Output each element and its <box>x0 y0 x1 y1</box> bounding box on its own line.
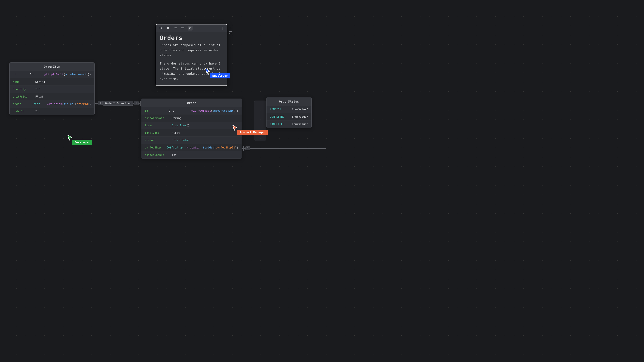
note-title: Orders <box>160 34 224 41</box>
enum-type: EnumValue? <box>292 108 308 111</box>
field-type: String <box>172 116 197 120</box>
canvas[interactable]: OrderItem id Int @id @default(autoincrem… <box>0 0 644 362</box>
enum-name: CANCELLED <box>270 122 292 126</box>
field-attr: @relation(fields:[coffeeShopId]) <box>187 146 238 149</box>
field-attr: @id @default(autoincrement()) <box>44 73 91 76</box>
svg-rect-7 <box>182 27 184 27</box>
field-row[interactable]: totalCost Float <box>142 129 242 137</box>
enum-type: EnumValue? <box>292 115 308 118</box>
field-type: Float <box>172 131 197 134</box>
svg-point-13 <box>222 28 222 28</box>
svg-rect-9 <box>182 28 184 28</box>
svg-point-2 <box>174 28 174 28</box>
field-name: id <box>13 73 30 76</box>
entity-title: OrderStatus <box>266 97 312 106</box>
field-type: Int <box>35 110 54 113</box>
svg-rect-11 <box>182 29 184 29</box>
enum-row[interactable]: PENDING EnumValue? <box>266 106 312 113</box>
field-row[interactable]: order Order @relation(fields:[orderId]) <box>10 100 94 108</box>
enum-name: COMPLETED <box>270 115 292 118</box>
relation-cardinality: 1 <box>245 146 250 150</box>
note-paragraph: Orders are composed of a list of OrderIt… <box>160 42 224 58</box>
field-type: Float <box>35 95 54 98</box>
cursor-label: Developer <box>72 140 92 145</box>
svg-point-14 <box>222 29 222 29</box>
field-row[interactable]: coffeeShopId Int <box>142 151 242 159</box>
relation-end-tick <box>140 101 141 106</box>
field-row[interactable]: customerName String <box>142 114 242 122</box>
entity-orderitem[interactable]: OrderItem id Int @id @default(autoincrem… <box>10 62 94 115</box>
field-name: id <box>145 109 169 112</box>
field-row[interactable]: id Int @id @default(autoincrement()) <box>142 107 242 114</box>
field-name: coffeeShopId <box>145 153 172 157</box>
field-type: Int <box>172 153 197 157</box>
field-name: status <box>145 139 172 142</box>
entity-title: OrderItem <box>10 62 94 71</box>
field-type: OrderStatus <box>172 139 197 142</box>
field-type: String <box>35 80 54 83</box>
bulleted-list-button[interactable] <box>173 26 178 30</box>
enum-row[interactable]: CANCELLED EnumValue? <box>266 120 312 128</box>
close-icon[interactable]: ✕ <box>229 26 232 29</box>
svg-rect-8 <box>181 28 182 28</box>
svg-rect-3 <box>175 28 177 28</box>
svg-rect-5 <box>175 29 177 29</box>
note-body[interactable]: Orders Orders are composed of a list of … <box>156 32 227 85</box>
enum-name: PENDING <box>270 108 292 111</box>
entity-ghost[interactable] <box>254 100 266 141</box>
entity-orderstatus[interactable]: OrderStatus PENDING EnumValue? COMPLETED… <box>266 97 312 128</box>
text-style-button[interactable]: Tт <box>158 26 163 30</box>
field-name: customerName <box>145 116 172 120</box>
field-type: Order <box>32 102 48 106</box>
svg-point-0 <box>174 27 174 28</box>
note-toolbar: Tт B <box>156 24 227 32</box>
code-block-button[interactable] <box>188 26 192 30</box>
field-row[interactable]: coffeeShop CoffeeShop @relation(fields:[… <box>142 144 242 151</box>
entity-title: Order <box>142 99 242 107</box>
svg-rect-10 <box>181 29 182 29</box>
note-paragraph: The order status can only have 3 state. … <box>160 61 224 81</box>
relation-end-tick <box>243 146 244 151</box>
field-attr: @relation(fields:[orderId]) <box>48 102 91 106</box>
field-type: OrderItem[] <box>172 124 197 127</box>
more-options-button[interactable] <box>220 26 225 30</box>
relation-cardinality-left: 1 <box>98 101 103 105</box>
field-type: Int <box>169 109 192 112</box>
field-type: CoffeeShop <box>166 146 187 149</box>
field-row[interactable]: orderId Int <box>10 108 94 115</box>
field-name: order <box>13 102 32 106</box>
enum-row[interactable]: COMPLETED EnumValue? <box>266 113 312 120</box>
field-name: items <box>145 124 172 127</box>
svg-point-4 <box>174 29 174 29</box>
presence-cursor-developer-green: Developer <box>67 135 73 142</box>
field-name: name <box>13 80 35 83</box>
numbered-list-button[interactable] <box>180 26 185 30</box>
svg-rect-6 <box>181 27 182 27</box>
field-name: quantity <box>13 88 35 91</box>
relation-end-tick <box>96 101 96 106</box>
svg-rect-1 <box>175 27 177 27</box>
field-name: unitPrice <box>13 95 35 98</box>
comment-icon[interactable] <box>229 31 232 34</box>
entity-order[interactable]: Order id Int @id @default(autoincrement(… <box>141 98 242 159</box>
relation-cardinality-right: 1 <box>134 101 138 105</box>
field-name: coffeeShop <box>145 146 166 149</box>
svg-point-12 <box>222 27 222 27</box>
field-name: totalCost <box>145 131 172 134</box>
field-attr: @id @default(autoincrement()) <box>192 109 238 112</box>
note-panel[interactable]: Tт B Orders Orders are composed of a lis… <box>156 24 228 86</box>
field-row[interactable]: status OrderStatus <box>142 137 242 144</box>
field-row[interactable]: items OrderItem[] <box>142 122 242 129</box>
field-row[interactable]: unitPrice Float <box>10 93 94 100</box>
field-row[interactable]: id Int @id @default(autoincrement()) <box>10 71 94 78</box>
relation-label[interactable]: OrderToOrderItem <box>103 101 133 106</box>
enum-type: EnumValue? <box>292 122 308 126</box>
bold-button[interactable]: B <box>166 26 170 30</box>
field-type: Int <box>30 73 44 76</box>
relation-line <box>242 148 326 149</box>
field-row[interactable]: name String <box>10 78 94 86</box>
field-name: orderId <box>13 110 35 113</box>
field-type: Int <box>35 88 54 91</box>
field-row[interactable]: quantity Int <box>10 86 94 93</box>
